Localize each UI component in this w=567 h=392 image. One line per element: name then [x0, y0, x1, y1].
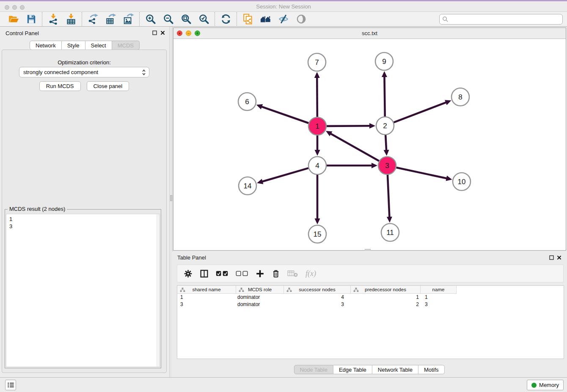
criterion-value: strongly connected component [23, 69, 98, 75]
cell-name[interactable]: 1 [421, 294, 457, 301]
graph-node-label: 4 [315, 162, 319, 170]
close-table-panel-icon[interactable] [557, 255, 561, 260]
graph-node-label: 3 [385, 162, 389, 170]
float-panel-icon[interactable] [152, 30, 157, 35]
export-image-icon[interactable] [123, 14, 134, 25]
network-canvas[interactable]: 1234678910111415 [173, 39, 566, 250]
column-header-mcds-role[interactable]: MCDS role [236, 286, 284, 293]
tab-node-table[interactable]: Node Table [294, 365, 333, 374]
tab-select[interactable]: Select [85, 41, 112, 50]
cell-successor-nodes[interactable]: 3 [284, 301, 351, 308]
table-toolbar: f(x) [177, 265, 564, 282]
graph-edge-3-11[interactable] [388, 175, 390, 218]
save-session-icon[interactable] [25, 14, 37, 25]
open-session-icon[interactable] [8, 14, 19, 25]
network-window-title: scc.txt [173, 30, 566, 36]
run-mcds-button[interactable]: Run MCDS [39, 81, 81, 91]
cell-mcds-role[interactable]: dominator [236, 294, 284, 301]
column-header-successor-nodes[interactable]: successor nodes [284, 286, 351, 293]
app-titlebar: Session: New Session [0, 0, 567, 12]
column-header-predecessor-nodes[interactable]: predecessor nodes [351, 286, 421, 293]
show-column-icon[interactable] [200, 269, 209, 278]
zoom-out-icon[interactable] [162, 14, 174, 25]
main-toolbar [0, 12, 567, 27]
tab-network[interactable]: Network [30, 41, 62, 50]
graph-edge-arrowhead [315, 218, 320, 224]
zoom-selected-icon[interactable] [198, 14, 209, 25]
splitter-grip[interactable] [170, 195, 172, 201]
zoom-in-icon[interactable] [145, 14, 156, 25]
hide-selected-icon[interactable] [278, 14, 289, 25]
control-panel: Control Panel Network Style Select MCDS … [0, 27, 169, 377]
graph-edge-1-7[interactable] [317, 77, 317, 117]
cell-predecessor-nodes[interactable]: 1 [351, 294, 421, 301]
refresh-view-icon[interactable] [220, 14, 231, 25]
task-history-button[interactable] [5, 380, 16, 390]
search-input[interactable] [449, 15, 562, 23]
graph-edge-arrowhead [256, 104, 263, 109]
memory-indicator-icon [531, 383, 537, 388]
mcds-result-text[interactable]: 1 3 [6, 214, 160, 367]
deselect-all-icon[interactable] [236, 270, 248, 277]
graph-node-label: 2 [383, 122, 387, 130]
close-panel-icon[interactable] [160, 30, 165, 35]
tab-motifs[interactable]: Motifs [418, 365, 445, 374]
graph-node-label: 14 [244, 182, 252, 190]
cell-predecessor-nodes[interactable]: 2 [351, 301, 421, 308]
memory-label: Memory [539, 382, 559, 388]
export-network-icon[interactable] [87, 14, 99, 25]
tab-network-table[interactable]: Network Table [372, 365, 418, 374]
float-table-panel-icon[interactable] [549, 255, 554, 260]
delete-column-icon[interactable] [287, 269, 298, 278]
graph-edge-2-9[interactable] [384, 76, 385, 116]
graph-node-label: 9 [382, 58, 386, 66]
tab-mcds[interactable]: MCDS [112, 41, 140, 50]
cell-mcds-role[interactable]: dominator [236, 301, 284, 308]
cell-shared-name[interactable]: 3 [177, 301, 236, 308]
memory-button[interactable]: Memory [527, 380, 564, 390]
control-panel-title: Control Panel [6, 30, 39, 36]
graph-edge-4-14[interactable] [261, 168, 308, 182]
tab-style[interactable]: Style [62, 41, 85, 50]
status-bar: Memory [0, 377, 567, 392]
column-header-shared-name[interactable]: shared name [177, 286, 236, 293]
graph-edge-1-6[interactable] [261, 106, 308, 123]
table-header-row: shared name MCDS role successor nodes pr… [177, 286, 457, 294]
column-header-name[interactable]: name [421, 286, 457, 293]
table-panel: Table Panel f(x) shared name MCDS role s… [171, 251, 567, 377]
node-table: shared name MCDS role successor nodes pr… [177, 285, 564, 359]
graph-edge-2-3[interactable] [385, 135, 386, 151]
select-all-icon[interactable] [216, 270, 228, 277]
function-builder-icon[interactable]: f(x) [306, 269, 316, 278]
cell-name[interactable]: 3 [421, 301, 457, 308]
network-resize-grip[interactable] [365, 249, 371, 251]
network-view-window: × – + scc.txt 1234678910111415 [173, 28, 566, 251]
import-network-icon[interactable] [47, 14, 59, 25]
graph-edge-arrowhead [369, 123, 375, 129]
control-panel-tabs: Network Style Select MCDS [30, 41, 140, 50]
graph-node-label: 1 [315, 122, 319, 130]
search-icon [442, 16, 449, 22]
graph-edge-3-1[interactable] [330, 133, 379, 161]
graph-edge-3-10[interactable] [396, 168, 448, 179]
zoom-fit-icon[interactable] [180, 14, 192, 25]
show-all-icon[interactable] [295, 14, 307, 25]
graph-edge-1-2[interactable] [327, 126, 371, 126]
criterion-select[interactable]: strongly connected component [19, 67, 149, 77]
first-neighbors-icon[interactable] [260, 14, 271, 25]
cell-successor-nodes[interactable]: 4 [284, 294, 351, 301]
result-line: 3 [9, 223, 160, 230]
table-panel-title: Table Panel [177, 254, 206, 261]
table-options-icon[interactable] [184, 269, 193, 278]
cell-shared-name[interactable]: 1 [177, 294, 236, 301]
delete-row-icon[interactable] [272, 269, 280, 278]
graph-node-label: 7 [315, 58, 319, 66]
export-table-icon[interactable] [105, 14, 116, 25]
graph-edge-2-8[interactable] [394, 102, 447, 122]
result-scrollbar[interactable] [156, 214, 160, 367]
close-panel-button[interactable]: Close panel [87, 81, 129, 91]
tab-edge-table[interactable]: Edge Table [333, 365, 372, 374]
add-row-icon[interactable] [256, 269, 264, 278]
import-table-icon[interactable] [65, 14, 77, 25]
clone-network-icon[interactable] [242, 14, 253, 25]
